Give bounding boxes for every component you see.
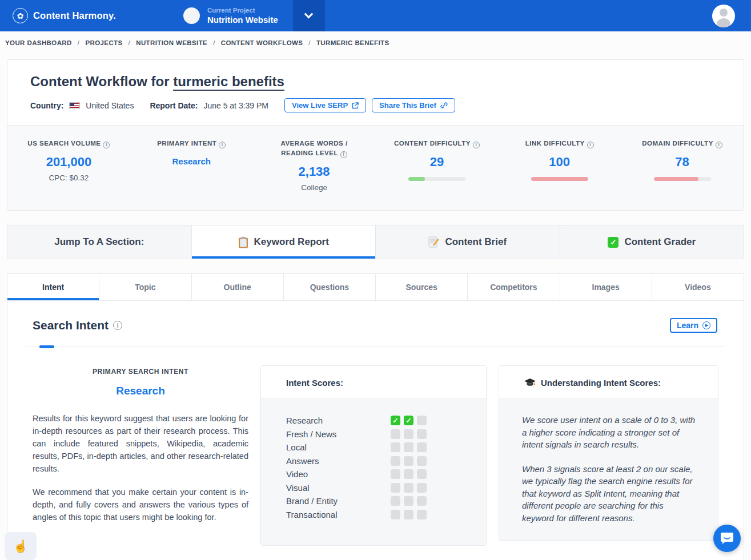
score-empty-cell — [391, 496, 400, 506]
score-cells — [391, 469, 427, 479]
chevron-down-icon — [304, 10, 314, 19]
breadcrumb-separator: / — [213, 39, 215, 46]
stat-label: PRIMARY INTENT — [157, 140, 216, 147]
stat-us-search-volume: US SEARCH VOLUME 201,000 CPC: $0.32 — [7, 139, 130, 192]
tab-competitors[interactable]: Competitors — [468, 274, 560, 300]
score-row: Answers — [286, 454, 472, 468]
difficulty-bar-fill — [654, 177, 698, 181]
info-icon[interactable] — [113, 321, 122, 330]
user-avatar[interactable] — [712, 5, 735, 27]
info-icon[interactable] — [587, 142, 594, 148]
report-tabs: Intent Topic Outline Questions Sources C… — [7, 274, 744, 301]
breadcrumb-content-workflows[interactable]: CONTENT WORKFLOWS — [221, 39, 303, 46]
stat-value: 100 — [498, 155, 621, 170]
us-flag-icon — [69, 102, 80, 109]
stat-value: 201,000 — [7, 155, 130, 170]
intent-scores-panel: Intent Scores: Research✓✓ Fresh / News L… — [260, 365, 487, 546]
feedback-widget[interactable]: ☝ — [5, 532, 37, 560]
share-brief-button[interactable]: Share This Brief — [372, 98, 455, 112]
understanding-paragraph-2: When 3 signals score at least 2 on our s… — [522, 463, 696, 525]
score-empty-cell — [391, 442, 400, 452]
chat-launcher-button[interactable] — [713, 525, 741, 552]
play-circle-icon — [702, 321, 710, 329]
stat-value: 78 — [621, 155, 744, 170]
project-dropdown-button[interactable] — [293, 0, 325, 31]
difficulty-bar-fill — [408, 177, 425, 181]
score-check-icon: ✓ — [391, 416, 400, 425]
tab-images[interactable]: Images — [560, 274, 652, 300]
score-row-label: Transactional — [286, 510, 391, 519]
jump-content-grader[interactable]: ✓ Content Grader — [560, 225, 744, 259]
stat-sub: College — [253, 183, 376, 192]
stat-label: CONTENT DIFFICULTY — [394, 140, 471, 147]
score-empty-cell — [391, 483, 400, 493]
score-empty-cell — [391, 456, 400, 466]
lotus-logo-icon: ✿ — [13, 8, 28, 23]
stat-label: US SEARCH VOLUME — [27, 140, 101, 147]
current-project-switcher[interactable]: Current Project Nutrition Website — [183, 7, 278, 25]
info-icon[interactable] — [473, 142, 480, 148]
jump-content-brief-label: Content Brief — [445, 236, 507, 248]
score-cells — [391, 442, 427, 452]
score-cells — [391, 496, 427, 506]
current-project-label: Current Project — [207, 7, 278, 14]
info-icon[interactable] — [716, 142, 722, 148]
score-empty-cell — [417, 456, 427, 466]
current-project-name: Nutrition Website — [207, 15, 278, 25]
info-icon[interactable] — [219, 142, 226, 148]
score-empty-cell — [404, 496, 413, 506]
breadcrumb-nutrition-website[interactable]: NUTRITION WEBSITE — [136, 39, 207, 46]
score-row-label: Answers — [286, 456, 391, 466]
primary-intent-column: PRIMARY SEARCH INTENT Research Results f… — [33, 365, 248, 546]
info-icon[interactable] — [103, 142, 110, 148]
stat-content-difficulty: CONTENT DIFFICULTY 29 — [375, 139, 498, 192]
view-live-serp-button[interactable]: View Live SERP — [284, 98, 366, 112]
country-label: Country: — [30, 101, 63, 110]
learn-button[interactable]: Learn — [670, 318, 717, 333]
brand-logo[interactable]: ✿ Content Harmony. — [13, 8, 116, 23]
intent-scores-list: Research✓✓ Fresh / News Local Answers Vi… — [261, 399, 486, 545]
score-row-label: Brand / Entity — [286, 496, 391, 506]
graduation-cap-icon — [524, 378, 536, 388]
keyword-report-card: Intent Topic Outline Questions Sources C… — [7, 273, 744, 560]
score-empty-cell — [391, 429, 400, 439]
jump-keyword-report-label: Keyword Report — [254, 236, 329, 248]
pointing-up-icon: ☝ — [13, 539, 28, 553]
difficulty-bar — [654, 177, 711, 181]
breadcrumb-separator: / — [308, 39, 311, 46]
score-empty-cell — [417, 416, 427, 425]
jump-keyword-report[interactable]: Keyword Report — [191, 225, 376, 259]
breadcrumb-separator: / — [78, 39, 80, 46]
score-row: Fresh / News — [286, 428, 472, 441]
jump-section-bar: Jump To A Section: Keyword Report Conten… — [7, 225, 744, 259]
score-empty-cell — [417, 483, 427, 493]
tab-topic[interactable]: Topic — [99, 274, 191, 300]
page-title: Content Workflow for turmeric benefits — [30, 74, 721, 90]
score-empty-cell — [417, 469, 427, 479]
tab-questions[interactable]: Questions — [284, 274, 376, 300]
share-brief-label: Share This Brief — [379, 101, 436, 110]
stat-label: DOMAIN DIFFICULTY — [642, 140, 713, 147]
view-live-serp-label: View Live SERP — [292, 101, 348, 110]
tab-intent[interactable]: Intent — [7, 274, 99, 300]
breadcrumb-separator: / — [128, 39, 131, 46]
score-empty-cell — [417, 496, 427, 506]
stat-label: LINK DIFFICULTY — [525, 140, 585, 147]
external-link-icon — [352, 102, 359, 109]
info-icon[interactable] — [340, 151, 347, 158]
difficulty-bar — [531, 177, 588, 181]
tab-sources[interactable]: Sources — [376, 274, 468, 300]
score-empty-cell — [404, 483, 413, 493]
person-icon — [720, 9, 728, 17]
score-empty-cell — [417, 429, 427, 439]
jump-content-brief[interactable]: Content Brief — [375, 225, 560, 259]
breadcrumb-turmeric-benefits[interactable]: TURMERIC BENEFITS — [316, 39, 389, 46]
score-empty-cell — [404, 469, 413, 479]
score-empty-cell — [404, 442, 413, 452]
tab-outline[interactable]: Outline — [192, 274, 284, 300]
breadcrumb-projects[interactable]: PROJECTS — [85, 39, 122, 46]
score-row: Brand / Entity — [286, 494, 472, 508]
score-empty-cell — [391, 510, 400, 519]
breadcrumb-dashboard[interactable]: YOUR DASHBOARD — [5, 39, 72, 46]
tab-videos[interactable]: Videos — [652, 274, 744, 300]
